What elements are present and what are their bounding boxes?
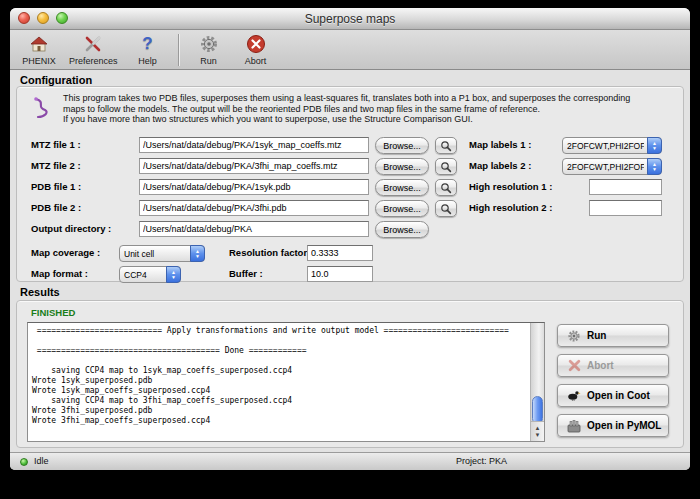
mtz-file-1-magnifier-button[interactable] — [435, 137, 457, 154]
toolbar-label: PHENIX — [22, 56, 56, 66]
select-value: 2FOFCWT,PHI2FOF... — [567, 141, 644, 151]
select-value: 2FOFCWT,PHI2FOF... — [567, 162, 644, 172]
status-text: Idle — [34, 456, 49, 466]
pdb-file-1-input[interactable] — [139, 179, 369, 195]
mtz-file-2-browse-button[interactable]: Browse... — [375, 158, 429, 175]
mtz-file-2-magnifier-button[interactable] — [435, 158, 457, 175]
scrollbar-arrows[interactable]: ▲ ▼ — [531, 421, 544, 441]
resolution-factor-input[interactable] — [307, 245, 373, 261]
select-value: Unit cell — [124, 249, 187, 259]
toolbar-label: Run — [200, 56, 217, 66]
help-question-icon: ? — [137, 33, 159, 55]
resolution-factor-label: Resolution factor : — [229, 247, 313, 258]
map-coverage-select[interactable]: Unit cell ▲▼ — [119, 245, 205, 262]
run-gear-icon — [567, 329, 581, 343]
mtz-file-1-input[interactable] — [139, 137, 369, 153]
abort-button[interactable]: Abort — [557, 354, 669, 377]
buffer-input[interactable] — [307, 266, 373, 282]
magnifier-icon — [440, 203, 452, 215]
toolbar-preferences-button[interactable]: Preferences — [69, 33, 118, 66]
output-directory-label: Output directory : — [31, 223, 111, 234]
run-gear-icon — [198, 33, 220, 55]
pdb-file-2-input[interactable] — [139, 200, 369, 216]
preferences-tools-icon — [82, 33, 104, 55]
map-coverage-label: Map coverage : — [31, 247, 100, 258]
window-title: Superpose maps — [10, 12, 690, 26]
mtz-file-1-label: MTZ file 1 : — [31, 139, 81, 150]
mtz-file-1-browse-button[interactable]: Browse... — [375, 137, 429, 154]
results-panel: FINISHED ========================== Appl… — [16, 300, 684, 448]
app-window: Superpose maps PHENIX Preferences ? Help… — [10, 8, 690, 470]
form-row-output-directory: Output directory : Browse... — [17, 221, 683, 238]
phenix-home-icon — [28, 33, 50, 55]
buffer-label: Buffer : — [229, 268, 263, 279]
toolbar-phenix-button[interactable]: PHENIX — [22, 33, 56, 66]
status-led-icon — [20, 458, 28, 466]
magnifier-icon — [440, 161, 452, 173]
project-label: Project: PKA — [456, 456, 507, 466]
toolbar-abort-button[interactable]: Abort — [239, 33, 273, 66]
high-resolution-1-label: High resolution 1 : — [469, 181, 552, 192]
map-labels-1-label: Map labels 1 : — [469, 139, 531, 150]
run-button[interactable]: Run — [557, 324, 669, 347]
console-scrollbar[interactable]: ▲ ▼ — [530, 323, 544, 441]
program-description: This program takes two PDB files, superp… — [63, 93, 638, 125]
toolbar-help-button[interactable]: ? Help — [131, 33, 165, 66]
abort-x-icon — [245, 33, 267, 55]
program-icon — [31, 95, 51, 125]
abort-button-label: Abort — [587, 360, 614, 371]
open-in-coot-button[interactable]: Open in Coot — [557, 384, 669, 407]
map-labels-2-select[interactable]: 2FOFCWT,PHI2FOF... ▲▼ — [562, 158, 662, 175]
map-labels-2-label: Map labels 2 : — [469, 160, 531, 171]
toolbar-label: Help — [138, 56, 157, 66]
pdb-file-1-magnifier-button[interactable] — [435, 179, 457, 196]
results-section-title: Results — [20, 286, 60, 298]
configuration-section-title: Configuration — [20, 74, 92, 86]
high-resolution-1-input[interactable] — [589, 179, 662, 195]
select-arrows-icon: ▲▼ — [647, 137, 662, 154]
select-arrows-icon: ▲▼ — [647, 158, 662, 175]
status-bar: Idle Project: PKA — [10, 452, 690, 470]
scroll-down-icon[interactable]: ▼ — [535, 432, 541, 439]
form-row-map-format: Map format : CCP4 ▲▼ Buffer : — [17, 266, 683, 283]
toolbar-label: Preferences — [69, 56, 118, 66]
scrollbar-thumb[interactable] — [532, 396, 543, 424]
magnifier-icon — [440, 182, 452, 194]
pdb-file-2-browse-button[interactable]: Browse... — [375, 200, 429, 217]
open-in-pymol-label: Open in PyMOL — [587, 420, 661, 431]
coot-bird-icon — [567, 389, 581, 403]
pdb-file-1-browse-button[interactable]: Browse... — [375, 179, 429, 196]
title-bar[interactable]: Superpose maps — [10, 8, 690, 30]
pdb-file-1-label: PDB file 1 : — [31, 181, 81, 192]
high-resolution-2-label: High resolution 2 : — [469, 202, 552, 213]
status-badge: FINISHED — [31, 307, 75, 318]
toolbar-label: Abort — [245, 56, 267, 66]
map-labels-1-select[interactable]: 2FOFCWT,PHI2FOF... ▲▼ — [562, 137, 662, 154]
toolbar-separator — [178, 34, 179, 66]
console-output: ========================== Apply transfo… — [28, 323, 544, 429]
mtz-file-2-input[interactable] — [139, 158, 369, 174]
map-format-select[interactable]: CCP4 ▲▼ — [119, 266, 181, 283]
open-in-coot-label: Open in Coot — [587, 390, 650, 401]
form-row-pdb-file-2: PDB file 2 : Browse... High resolution 2… — [17, 200, 683, 217]
console-output-area[interactable]: ========================== Apply transfo… — [27, 322, 545, 442]
output-directory-input[interactable] — [139, 221, 369, 237]
scroll-up-icon[interactable]: ▲ — [535, 425, 541, 432]
select-arrows-icon: ▲▼ — [190, 245, 205, 262]
form-row-map-coverage: Map coverage : Unit cell ▲▼ Resolution f… — [17, 245, 683, 262]
pdb-file-2-magnifier-button[interactable] — [435, 200, 457, 217]
open-in-pymol-button[interactable]: Open in PyMOL — [557, 414, 669, 437]
abort-x-icon — [567, 359, 581, 373]
magnifier-icon — [440, 140, 452, 152]
form-row-pdb-file-1: PDB file 1 : Browse... High resolution 1… — [17, 179, 683, 196]
high-resolution-2-input[interactable] — [589, 200, 662, 216]
output-directory-browse-button[interactable]: Browse... — [375, 221, 429, 238]
pdb-file-2-label: PDB file 2 : — [31, 202, 81, 213]
run-button-label: Run — [587, 330, 606, 341]
form-row-mtz-file-1: MTZ file 1 : Browse... Map labels 1 : 2F… — [17, 137, 683, 154]
form-row-mtz-file-2: MTZ file 2 : Browse... Map labels 2 : 2F… — [17, 158, 683, 175]
select-arrows-icon: ▲▼ — [166, 266, 181, 283]
toolbar: PHENIX Preferences ? Help Run Abort — [10, 30, 690, 70]
map-format-label: Map format : — [31, 268, 88, 279]
toolbar-run-button[interactable]: Run — [192, 33, 226, 66]
